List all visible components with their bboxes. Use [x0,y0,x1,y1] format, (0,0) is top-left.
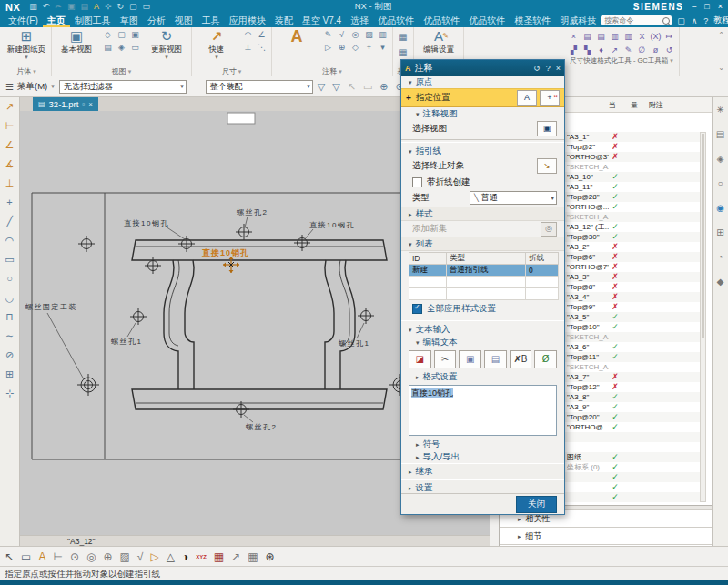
section-list[interactable]: 列表 [401,237,564,251]
gc-tool-icon[interactable]: ∅ [635,44,649,56]
ordinate-dimension-icon[interactable]: ⊥ [5,177,15,189]
terminate-leader-button[interactable]: +× [540,90,560,106]
note-button[interactable]: A [275,28,318,45]
chain-dimension-icon[interactable]: ∡ [5,158,15,170]
section-edit-text[interactable]: 编辑文本 [401,336,564,348]
group-label-view[interactable]: 视图 [55,66,188,76]
tab-close-icon[interactable]: × [88,100,93,108]
dialog-close-x-button[interactable]: × [556,64,561,73]
gc-tool-icon[interactable]: ø [649,44,662,56]
menu-tab[interactable]: 工具 [197,14,225,27]
move-icon[interactable]: ⊹ [5,388,14,399]
select-leader-icon[interactable]: ↖ [5,550,14,563]
cut-icon[interactable]: ✂ [55,0,62,14]
view-tool-icon[interactable]: ▤ [101,41,115,54]
annotation-quick-icon[interactable]: A [94,0,99,14]
paste-icon[interactable]: ▤ [80,0,88,14]
clear-text-icon[interactable]: ◪ [409,350,431,368]
gc-tool-icon[interactable]: ↺ [662,44,676,56]
menu-tab[interactable]: 视图 [170,14,197,27]
arc-icon[interactable]: ◠ [5,235,15,247]
web-browser-icon[interactable]: ◉ [716,203,724,213]
select-arrow-icon[interactable]: ↖ [348,81,356,93]
apply-all-checkbox[interactable] [412,304,422,314]
offset-icon[interactable]: ⊘ [5,349,14,361]
profile-icon[interactable]: ⊓ [5,311,14,323]
menu-tab[interactable]: 应用模块 [225,14,270,27]
leader-type-dropdown[interactable]: ╲ 普通 ▾ [470,191,557,205]
mic-icon[interactable]: ⊹ [105,0,112,14]
annotation-tool-icon[interactable]: ▨ [362,28,376,41]
dimension-tool-icon[interactable]: ⋱ [255,41,268,54]
tab-float-icon[interactable]: ▫ [82,100,85,108]
dialog-titlebar[interactable]: A 注释 ↺ ? × [401,60,564,76]
navigator-section[interactable]: 细节 [500,527,712,544]
section-origin[interactable]: 原点 [401,76,564,88]
section-inherit[interactable]: 继承 [401,463,564,479]
annotation-text[interactable]: 螺丝孔2 [237,208,268,217]
menu-tab[interactable]: 分析 [143,14,170,27]
center-mark-icon[interactable]: ⊕ [103,550,112,563]
annotation-dialog[interactable]: A 注释 ↺ ? × 原点 + 指定位置 A +× 注释视图 选择视图 ▣ 指引… [400,59,565,515]
annotation-tool-icon[interactable]: ▷ [321,41,335,54]
selection-scope-dropdown[interactable]: 整个装配▾ [206,80,313,94]
annotation-tool-icon[interactable]: √ [335,28,349,41]
view-tool-icon[interactable]: ◇ [101,28,115,41]
quick-dimension-icon[interactable]: ↗ [5,101,14,113]
target-point-icon[interactable]: ◑ [182,550,188,563]
hatch-icon[interactable]: ▨ [119,550,129,563]
circle-icon[interactable]: ○ [6,273,13,285]
dimension-tool-icon[interactable]: ⊥ [241,41,255,54]
rectangle-icon[interactable]: ▭ [5,254,14,266]
menu-tab[interactable]: 优品软件 [373,14,419,27]
point-icon[interactable]: + [6,197,12,208]
dialog-help-button[interactable]: ? [546,64,551,73]
section-leader[interactable]: 指引线 [401,145,564,157]
annotation-tool-icon[interactable]: ◇ [349,41,362,54]
arrow-icon[interactable]: ↗ [231,550,240,563]
refresh-icon[interactable]: ↻ [116,0,124,14]
surface-finish-icon[interactable]: √ [137,550,144,563]
menu-tab[interactable]: 主页 [43,14,70,27]
angular-dimension-icon[interactable]: ∠ [5,139,15,151]
annotation-style-button[interactable]: A [517,90,537,106]
view-window-icon[interactable]: ▭ [21,550,31,563]
menu-tab[interactable]: 星空 V7.4 [298,14,346,27]
menu-tab[interactable]: 明威科技 [555,14,601,27]
menu-tab[interactable]: 优品软件 [419,14,464,27]
command-search[interactable] [601,15,672,25]
copy-icon[interactable]: ▣ [67,0,76,14]
gc-tool-icon[interactable]: ▤ [581,30,594,43]
pattern-icon[interactable]: ⊞ [5,368,14,380]
zoom-tool-icon[interactable]: ◎ [86,550,96,563]
delete-attribute-icon[interactable]: ✗B [510,350,532,368]
filter-edit-funnel-icon[interactable]: ▽ [332,81,339,93]
section-format-settings[interactable]: 格式设置 [401,370,564,383]
gc-tool-icon[interactable]: X [635,30,649,43]
gc-tool-icon[interactable]: ▥ [608,30,622,43]
annotation-text[interactable]: 直接10钢孔 [309,221,355,229]
part-navigator-icon[interactable]: ▤ [716,129,724,139]
ribbon-overflow-down-icon[interactable]: ⌄ [718,64,724,72]
fullscreen-icon[interactable]: ▢ [677,16,685,25]
linear-dimension-icon[interactable]: ⊢ [5,120,15,132]
annotation-tool-icon[interactable]: ⊕ [335,41,349,54]
fillet-icon[interactable]: ◡ [5,292,15,304]
group-label-gc-toolbox[interactable]: 尺寸快速格式化工具 - GC工具箱 [567,56,676,66]
edit-settings-button[interactable]: A 编辑设置 [417,28,460,54]
annotation-tool-icon[interactable]: ◎ [349,28,362,41]
gc-tool-icon[interactable]: ↗ [608,44,622,56]
gear-icon[interactable]: ✳ [716,105,723,115]
datum-feature-icon[interactable]: △ [167,550,175,563]
view-tool-icon[interactable]: ▣ [128,28,142,41]
view-tool-icon[interactable]: ▭ [128,41,142,54]
new-sheet-button[interactable]: ⊞ 新建图纸页 [5,28,48,61]
history-icon[interactable]: ◔ [717,252,723,262]
insert-symbol-icon[interactable]: Ø [534,350,557,368]
tabular-note-icon[interactable]: ▦ [248,550,258,563]
select-view-button[interactable]: ▣ [537,121,557,136]
gc-tool-icon[interactable]: ♦ [594,44,608,56]
spline-icon[interactable]: ∼ [5,330,14,342]
annotation-text-area[interactable]: 直接10销孔 [409,385,557,436]
gc-tool-icon[interactable]: ↦ [662,30,676,43]
